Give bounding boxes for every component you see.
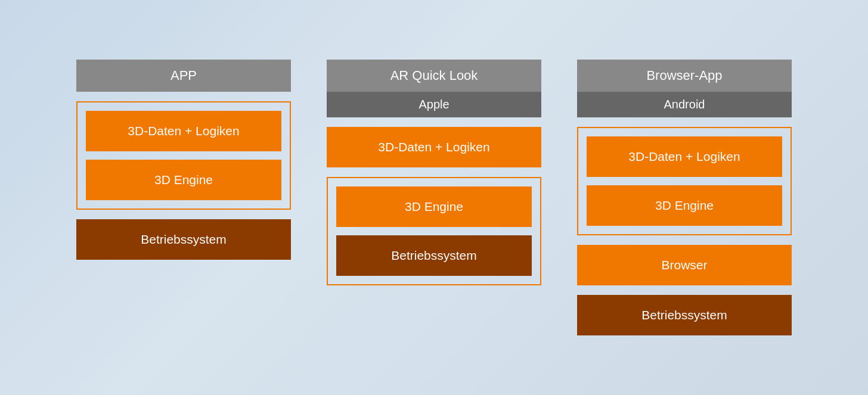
browser-app-3d-engine-label: 3D Engine — [655, 198, 714, 212]
browser-app-header-subtitle: Android — [577, 92, 792, 117]
ar-3d-daten: 3D-Daten + Logiken — [327, 127, 541, 167]
browser-app-subtitle: Android — [664, 98, 705, 111]
ar-subtitle: Apple — [418, 98, 449, 111]
diagram-container: APP 3D-Daten + Logiken 3D Engine Betrieb… — [0, 42, 868, 353]
browser-header-stacked: Browser-App Android — [577, 60, 792, 117]
column-ar: AR Quick Look Apple 3D-Daten + Logiken 3… — [327, 60, 541, 285]
ar-header-title: AR Quick Look — [327, 60, 541, 92]
column-app: APP 3D-Daten + Logiken 3D Engine Betrieb… — [76, 60, 291, 260]
browser-app-header-title: Browser-App — [577, 60, 792, 92]
ar-betriebssystem-label: Betriebssystem — [391, 248, 477, 262]
app-betriebssystem: Betriebssystem — [76, 219, 291, 260]
browser-app-betriebssystem: Betriebssystem — [577, 295, 792, 335]
app-3d-daten-label: 3D-Daten + Logiken — [128, 124, 239, 138]
app-header: APP — [76, 60, 291, 92]
browser-app-betriebssystem-label: Betriebssystem — [641, 308, 727, 322]
browser-app-3d-daten: 3D-Daten + Logiken — [587, 136, 782, 177]
app-3d-engine: 3D Engine — [86, 160, 281, 200]
app-bordered-group: 3D-Daten + Logiken 3D Engine — [76, 101, 291, 210]
browser-app-browser: Browser — [577, 245, 792, 285]
browser-app-3d-daten-label: 3D-Daten + Logiken — [628, 150, 740, 163]
app-betriebssystem-label: Betriebssystem — [141, 232, 227, 246]
browser-app-title: Browser-App — [646, 68, 722, 83]
app-3d-daten: 3D-Daten + Logiken — [86, 111, 281, 151]
column-browser-app: Browser-App Android 3D-Daten + Logiken 3… — [577, 60, 792, 335]
ar-3d-engine: 3D Engine — [336, 186, 532, 227]
browser-app-bordered-group: 3D-Daten + Logiken 3D Engine — [577, 127, 792, 235]
ar-title: AR Quick Look — [390, 68, 478, 83]
ar-header-stacked: AR Quick Look Apple — [327, 60, 541, 117]
browser-app-3d-engine: 3D Engine — [587, 185, 782, 226]
ar-bordered-group: 3D Engine Betriebssystem — [327, 177, 541, 285]
ar-header-subtitle: Apple — [327, 92, 541, 117]
app-3d-engine-label: 3D Engine — [154, 173, 213, 186]
browser-app-browser-label: Browser — [661, 258, 707, 272]
ar-3d-engine-label: 3D Engine — [405, 200, 463, 213]
ar-3d-daten-label: 3D-Daten + Logiken — [378, 140, 489, 154]
ar-betriebssystem: Betriebssystem — [336, 235, 532, 276]
app-title: APP — [170, 68, 197, 83]
